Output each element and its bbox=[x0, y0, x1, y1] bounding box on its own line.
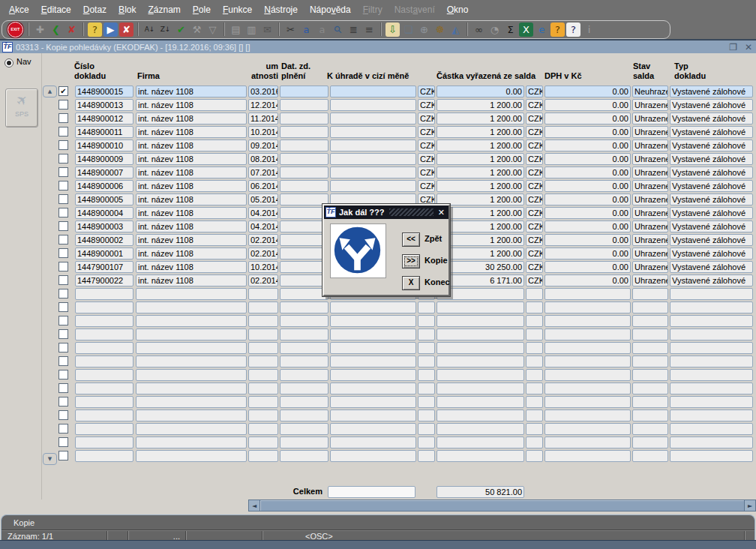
row-checkbox[interactable] bbox=[58, 140, 68, 150]
sort-ascending-icon[interactable]: A↓ bbox=[142, 22, 157, 37]
cell-stav[interactable]: Uhrazené bbox=[632, 180, 668, 192]
row-checkbox[interactable] bbox=[58, 329, 68, 339]
cell-datum[interactable] bbox=[248, 302, 278, 314]
cell-typ[interactable]: Vystavené zálohové bbox=[670, 99, 753, 111]
cell-castka[interactable] bbox=[436, 423, 524, 435]
cell-stav[interactable]: Uhrazené bbox=[632, 248, 668, 260]
cell-firma[interactable] bbox=[136, 302, 247, 314]
cell-datzd[interactable] bbox=[280, 234, 328, 246]
cell-datzd[interactable] bbox=[280, 315, 328, 327]
cell-cislo[interactable]: 1448900012 bbox=[75, 112, 134, 124]
cell-firma[interactable] bbox=[136, 369, 247, 381]
cell-datzd[interactable] bbox=[280, 248, 328, 260]
cell-mena2[interactable]: CZK bbox=[526, 234, 543, 246]
exit-button[interactable]: EXIT bbox=[8, 22, 23, 38]
cell-mena2[interactable] bbox=[526, 315, 543, 327]
enter-query-icon[interactable]: ? bbox=[88, 22, 102, 37]
cell-cislo[interactable] bbox=[75, 436, 134, 448]
cell-datum[interactable]: 07.2014 bbox=[248, 166, 278, 178]
cell-mena1[interactable] bbox=[418, 382, 435, 394]
sps-button[interactable]: ✈ SPS bbox=[5, 88, 38, 128]
import-icon[interactable]: ⇩ bbox=[386, 22, 400, 37]
cell-kuhrade[interactable] bbox=[330, 328, 416, 340]
cell-mena1[interactable] bbox=[418, 315, 435, 327]
view-scene-icon[interactable]: ◭ bbox=[448, 22, 463, 37]
cell-firma[interactable] bbox=[136, 423, 247, 435]
cell-datzd[interactable] bbox=[280, 140, 328, 152]
cell-cislo[interactable]: 1448900010 bbox=[75, 140, 134, 152]
cell-stav[interactable]: Uhrazené bbox=[632, 166, 668, 178]
cell-datzd[interactable] bbox=[280, 261, 328, 273]
row-checkbox[interactable] bbox=[58, 221, 68, 231]
cell-castka[interactable] bbox=[436, 328, 524, 340]
cell-dph[interactable] bbox=[544, 410, 631, 422]
cell-mena1[interactable]: CZK bbox=[418, 126, 435, 138]
cell-typ[interactable] bbox=[670, 396, 753, 408]
cell-stav[interactable]: Uhrazené bbox=[632, 99, 668, 111]
cell-datum[interactable]: 04.2014 bbox=[248, 207, 278, 219]
cell-mena2[interactable]: CZK bbox=[526, 112, 543, 124]
cell-datzd[interactable] bbox=[280, 410, 328, 422]
cell-kuhrade[interactable] bbox=[330, 140, 416, 152]
menu-item-zaznam[interactable]: Záznam bbox=[142, 0, 186, 20]
cell-kuhrade[interactable] bbox=[330, 382, 416, 394]
cell-cislo[interactable] bbox=[75, 450, 134, 462]
cell-mena1[interactable]: CZK bbox=[418, 86, 435, 98]
cell-castka[interactable] bbox=[436, 410, 524, 422]
cell-cislo[interactable] bbox=[75, 410, 134, 422]
cell-mena2[interactable]: CZK bbox=[526, 166, 543, 178]
excel-icon[interactable]: X bbox=[519, 22, 533, 37]
cell-datum[interactable]: 04.2014 bbox=[248, 220, 278, 232]
dialog-close-icon[interactable]: ✕ bbox=[438, 208, 445, 218]
menu-item-napoveda[interactable]: Nápověda bbox=[304, 0, 357, 20]
cell-datzd[interactable] bbox=[280, 436, 328, 448]
cell-castka[interactable]: 1 200.00 bbox=[436, 140, 524, 152]
cell-firma[interactable]: int. název 1108 bbox=[136, 180, 247, 192]
menu-item-okno[interactable]: Okno bbox=[441, 0, 475, 20]
row-checkbox[interactable] bbox=[58, 451, 68, 460]
cell-firma[interactable]: int. název 1108 bbox=[136, 153, 247, 165]
block-menu-icon[interactable]: ≡ bbox=[362, 22, 376, 37]
cell-kuhrade[interactable] bbox=[330, 99, 416, 111]
cell-dph[interactable]: 0.00 bbox=[544, 220, 631, 232]
scroll-down-button[interactable]: ▼ bbox=[43, 453, 57, 465]
menu-item-funkce[interactable]: Funkce bbox=[217, 0, 258, 20]
cell-datum[interactable] bbox=[248, 382, 278, 394]
row-checkbox[interactable] bbox=[58, 113, 68, 123]
cell-mena2[interactable]: CZK bbox=[526, 207, 543, 219]
row-checkbox[interactable] bbox=[58, 397, 68, 406]
cell-mena2[interactable]: CZK bbox=[526, 194, 543, 206]
cancel-query-icon[interactable]: ✘ bbox=[119, 22, 134, 37]
cell-mena2[interactable] bbox=[526, 288, 543, 300]
cell-dph[interactable]: 0.00 bbox=[544, 99, 631, 111]
cell-datzd[interactable] bbox=[280, 126, 328, 138]
cell-firma[interactable]: int. název 1108 bbox=[136, 112, 247, 124]
cell-mena2[interactable] bbox=[526, 396, 543, 408]
cell-typ[interactable]: Vystavené zálohové bbox=[670, 86, 753, 98]
cell-datzd[interactable] bbox=[280, 328, 328, 340]
row-checkbox[interactable] bbox=[58, 289, 68, 298]
cell-mena2[interactable] bbox=[526, 328, 543, 340]
row-checkbox[interactable] bbox=[58, 316, 68, 326]
cell-kuhrade[interactable] bbox=[330, 153, 416, 165]
cell-cislo[interactable]: 1448900007 bbox=[75, 166, 134, 178]
cell-mena2[interactable]: CZK bbox=[526, 99, 543, 111]
cell-stav[interactable] bbox=[632, 423, 668, 435]
cell-datzd[interactable] bbox=[280, 220, 328, 232]
cell-kuhrade[interactable] bbox=[330, 302, 416, 314]
row-checkbox[interactable] bbox=[58, 248, 68, 258]
cell-mena1[interactable]: CZK bbox=[418, 140, 435, 152]
execute-query-icon[interactable]: ▶ bbox=[104, 22, 118, 37]
cell-firma[interactable] bbox=[136, 288, 247, 300]
cell-stav[interactable]: Uhrazené bbox=[632, 234, 668, 246]
cell-castka[interactable] bbox=[436, 342, 524, 354]
cell-dph[interactable]: 0.00 bbox=[544, 140, 631, 152]
cell-datzd[interactable] bbox=[280, 207, 328, 219]
cell-dph[interactable] bbox=[544, 369, 631, 381]
cell-castka[interactable]: 1 200.00 bbox=[436, 180, 524, 192]
cell-mena2[interactable]: CZK bbox=[526, 274, 543, 286]
cell-datum[interactable]: 02.2014 bbox=[248, 274, 278, 286]
cell-cislo[interactable] bbox=[75, 382, 134, 394]
cell-datum[interactable]: 10.2014 bbox=[248, 126, 278, 138]
cell-datum[interactable] bbox=[248, 423, 278, 435]
